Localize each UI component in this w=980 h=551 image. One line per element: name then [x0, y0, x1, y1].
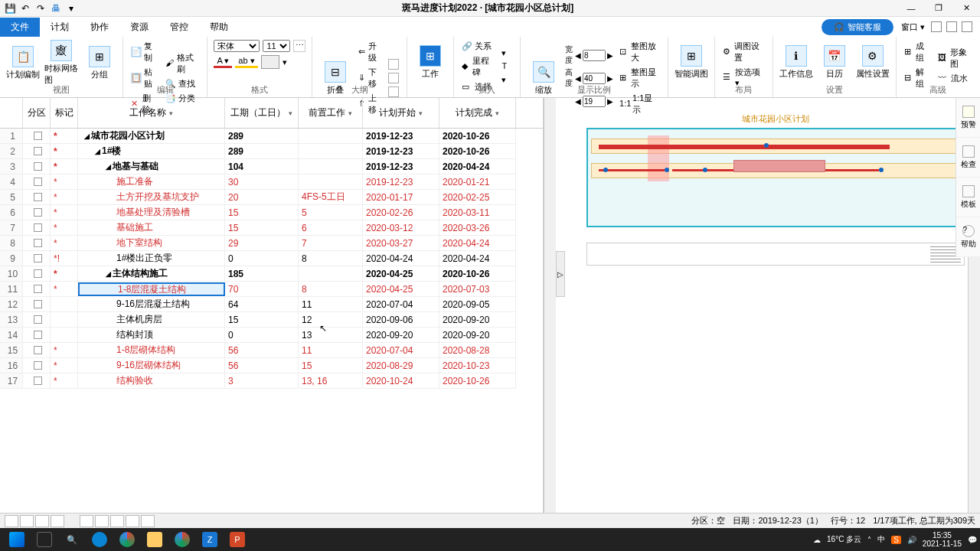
undo-icon[interactable]: ↶: [18, 2, 32, 15]
weather-icon[interactable]: ☁: [813, 536, 821, 544]
layout-icon-1[interactable]: [931, 21, 942, 32]
view-mode-3[interactable]: [35, 515, 49, 527]
tray-sound-icon[interactable]: 🔊: [907, 536, 916, 544]
col-mark[interactable]: 标记: [51, 98, 78, 128]
font-select[interactable]: 宋体: [214, 40, 260, 52]
group-button[interactable]: ⊞分组: [83, 46, 116, 80]
view-mode-1[interactable]: [5, 515, 18, 527]
milestone-button[interactable]: ◆里程碑: [460, 54, 496, 79]
window-menu[interactable]: 窗口 ▾: [901, 21, 925, 33]
minimize-button[interactable]: —: [897, 0, 925, 17]
group-adv-button[interactable]: ⊞成组: [903, 40, 933, 64]
table-row[interactable]: 4*施工准备302019-12-232020-01-21: [0, 174, 543, 190]
row-checkbox[interactable]: [34, 254, 42, 262]
work-button[interactable]: ⊞工作: [413, 45, 447, 80]
sidebar-warning[interactable]: 预警: [956, 98, 980, 138]
zoom-h-dec-icon[interactable]: ◀: [575, 74, 581, 83]
col-duration[interactable]: 工期（工日）▾: [225, 98, 299, 128]
view-mode-4[interactable]: [51, 515, 64, 527]
row-checkbox[interactable]: [34, 331, 42, 339]
zoom-w-dec-icon[interactable]: ◀: [575, 51, 581, 60]
network-chart-button[interactable]: 🕸时标网络图: [44, 40, 78, 86]
relation-button[interactable]: 🔗关系: [460, 40, 496, 53]
table-row[interactable]: 3*◢地基与基础1042019-12-232020-04-24: [0, 159, 543, 174]
table-row[interactable]: 8*地下室结构2972020-03-272020-04-24: [0, 236, 543, 251]
row-checkbox[interactable]: [34, 269, 42, 278]
zoom-w-inc-icon[interactable]: ▶: [607, 51, 613, 60]
tray-up-icon[interactable]: ˄: [867, 536, 871, 544]
color-dropdown-icon[interactable]: ▾: [283, 57, 287, 67]
zoom-w-input[interactable]: [583, 50, 606, 61]
explorer-icon[interactable]: [141, 530, 168, 549]
gantt-overview[interactable]: [586, 243, 965, 266]
row-checkbox[interactable]: [34, 315, 42, 324]
row-checkbox[interactable]: [34, 285, 42, 293]
copy-button[interactable]: 📄复制: [129, 40, 159, 64]
table-row[interactable]: 14结构封顶0132020-09-202020-09-20: [0, 328, 543, 343]
view-opt-1[interactable]: [80, 515, 93, 527]
table-row[interactable]: 129-16层混凝土结构64112020-07-042020-09-05: [0, 297, 543, 312]
layout-icon-3[interactable]: [962, 21, 972, 32]
row-checkbox[interactable]: [34, 377, 42, 385]
insert-ex1-icon[interactable]: ▾: [500, 47, 514, 59]
start-button[interactable]: [3, 530, 31, 549]
table-row[interactable]: 5*土方开挖及基坑支护204FS-5工日2020-01-172020-02-25: [0, 190, 543, 205]
view-opt-4[interactable]: [126, 515, 139, 527]
task-view-icon[interactable]: [31, 530, 58, 549]
tab-plan[interactable]: 计划: [40, 18, 80, 37]
tray-weather[interactable]: 16°C 多云: [827, 534, 861, 545]
chrome-icon[interactable]: [113, 530, 141, 549]
tab-collab[interactable]: 协作: [80, 18, 119, 37]
save-icon[interactable]: 💾: [3, 2, 17, 15]
outline-ex1-icon[interactable]: [387, 58, 400, 70]
col-zone[interactable]: 分区: [23, 98, 51, 128]
view-opt-5[interactable]: [141, 515, 155, 527]
row-checkbox[interactable]: [34, 208, 42, 217]
tray-notification-icon[interactable]: 💬: [968, 536, 977, 544]
close-button[interactable]: ✕: [952, 0, 980, 17]
redo-icon[interactable]: ↷: [34, 2, 47, 15]
col-name[interactable]: 工作名称▾: [78, 98, 225, 128]
table-row[interactable]: 6*地基处理及清验槽1552020-02-262020-03-11: [0, 205, 543, 220]
smart-service-button[interactable]: 🎧智能客服: [822, 19, 893, 35]
row-checkbox[interactable]: [34, 239, 42, 247]
row-checkbox[interactable]: [34, 178, 42, 186]
row-checkbox[interactable]: [34, 132, 42, 140]
tray-ime[interactable]: 中: [877, 534, 885, 545]
vertical-scrollbar[interactable]: [544, 98, 556, 513]
flow-button[interactable]: 〰流水: [936, 72, 974, 85]
more-format-icon[interactable]: ⋯: [293, 40, 305, 52]
tray-date[interactable]: 2021-11-15: [923, 540, 962, 548]
chrome2-icon[interactable]: [168, 530, 196, 549]
row-checkbox[interactable]: [34, 361, 42, 370]
image-chart-button[interactable]: 🖼形象图: [936, 46, 974, 70]
sidebar-template[interactable]: 模板: [956, 178, 980, 217]
row-checkbox[interactable]: [34, 147, 42, 155]
table-row[interactable]: 17*结构验收313, 162020-10-242020-10-26: [0, 373, 543, 389]
row-checkbox[interactable]: [34, 223, 42, 232]
insert-ex2-icon[interactable]: T: [500, 60, 514, 73]
view-opt-3[interactable]: [110, 515, 124, 527]
font-size-select[interactable]: 11: [263, 40, 290, 52]
zoom-h-input[interactable]: [583, 73, 606, 84]
sidebar-check[interactable]: 检查: [956, 138, 980, 178]
calendar-button[interactable]: 📅日历: [818, 45, 851, 80]
plan-edit-button[interactable]: 📋计划编制: [6, 46, 40, 80]
table-row[interactable]: 13主体机房层15122020-09-062020-09-20: [0, 312, 543, 328]
tray-sogou-icon[interactable]: S: [891, 536, 901, 544]
highlight-button[interactable]: ab ▾: [235, 56, 257, 68]
table-row[interactable]: 1*◢城市花园小区计划2892019-12-232020-10-26: [0, 129, 543, 144]
view-mode-2[interactable]: [20, 515, 34, 527]
tab-control[interactable]: 管控: [159, 18, 199, 37]
fill-color-button[interactable]: [261, 55, 279, 69]
zebra-app-icon[interactable]: Z: [196, 530, 224, 549]
pane-collapse-handle[interactable]: ▷: [556, 251, 565, 297]
format-painter-button[interactable]: 🖌格式刷: [164, 51, 201, 76]
edge-icon[interactable]: [86, 530, 113, 549]
row-checkbox[interactable]: [34, 300, 42, 308]
tray-time[interactable]: 15:35: [923, 531, 962, 540]
table-row[interactable]: 7*基础施工1562020-03-122020-03-26: [0, 220, 543, 236]
row-checkbox[interactable]: [34, 346, 42, 354]
row-checkbox[interactable]: [34, 193, 42, 201]
view-opt-2[interactable]: [95, 515, 109, 527]
